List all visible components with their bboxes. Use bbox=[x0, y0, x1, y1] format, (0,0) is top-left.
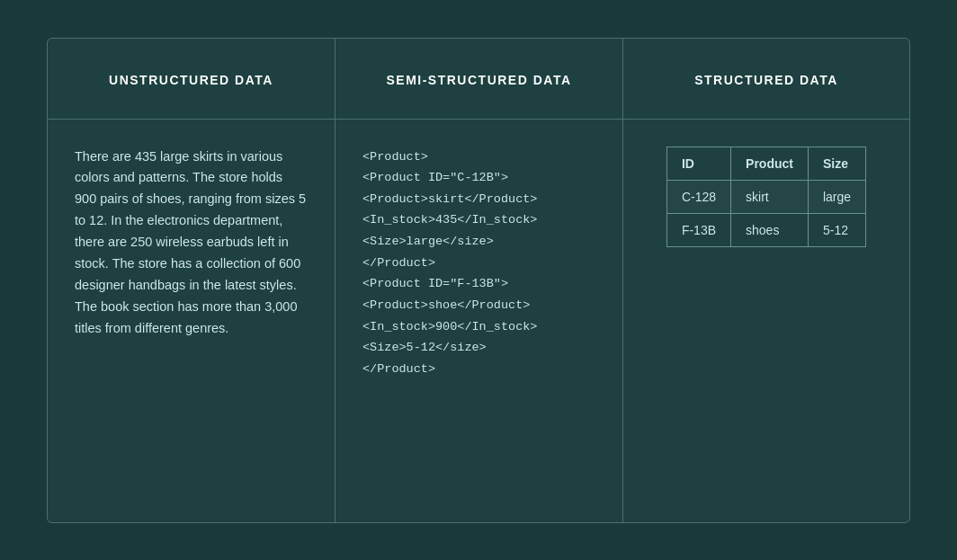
col-header-id: ID bbox=[666, 147, 730, 180]
cell-product-2: shoes bbox=[731, 213, 809, 246]
semi-structured-body: <Product> <Product ID="C-12B"> <Product>… bbox=[335, 120, 622, 522]
unstructured-text: There are 435 large skirts in various co… bbox=[75, 147, 308, 340]
semi-structured-column: SEMI-STRUCTURED DATA <Product> <Product … bbox=[335, 39, 623, 522]
structured-header-text: STRUCTURED DATA bbox=[694, 73, 838, 87]
cell-size-2: 5-12 bbox=[808, 213, 865, 246]
structured-table: ID Product Size C-128 skirt large F-13B … bbox=[666, 147, 866, 247]
cell-id-1: C-128 bbox=[666, 180, 730, 213]
unstructured-body: There are 435 large skirts in various co… bbox=[48, 120, 335, 522]
table-row: C-128 skirt large bbox=[666, 180, 865, 213]
semi-structured-header: SEMI-STRUCTURED DATA bbox=[335, 39, 622, 120]
unstructured-header-text: UNSTRUCTURED DATA bbox=[109, 73, 273, 87]
table-header-row: ID Product Size bbox=[666, 147, 865, 180]
cell-size-1: large bbox=[808, 180, 865, 213]
unstructured-column: UNSTRUCTURED DATA There are 435 large sk… bbox=[48, 39, 335, 522]
structured-body: ID Product Size C-128 skirt large F-13B … bbox=[623, 120, 909, 274]
semi-structured-header-text: SEMI-STRUCTURED DATA bbox=[386, 73, 571, 87]
semi-structured-text: <Product> <Product ID="C-12B"> <Product>… bbox=[362, 147, 595, 380]
table-row: F-13B shoes 5-12 bbox=[666, 213, 865, 246]
structured-header: STRUCTURED DATA bbox=[623, 39, 909, 120]
structured-column: STRUCTURED DATA ID Product Size C-128 sk… bbox=[623, 39, 909, 522]
unstructured-header: UNSTRUCTURED DATA bbox=[48, 39, 335, 120]
cell-id-2: F-13B bbox=[666, 213, 730, 246]
cell-product-1: skirt bbox=[731, 180, 809, 213]
col-header-size: Size bbox=[808, 147, 865, 180]
col-header-product: Product bbox=[731, 147, 809, 180]
comparison-container: UNSTRUCTURED DATA There are 435 large sk… bbox=[47, 38, 910, 523]
